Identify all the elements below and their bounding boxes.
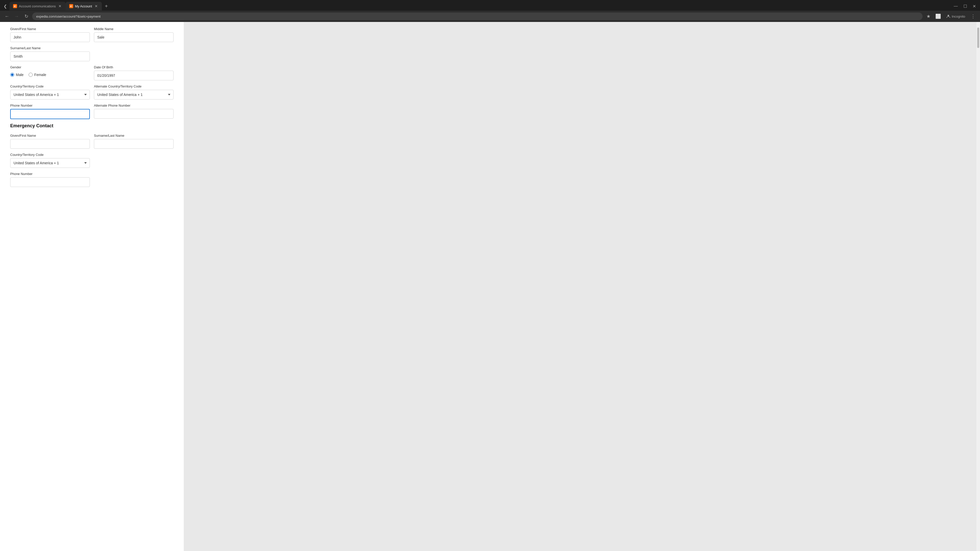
bookmark-button[interactable]: ★ [924,13,932,20]
split-view-button[interactable]: ⬜ [934,13,942,20]
emergency-phone-spacer [94,172,173,187]
date-of-birth-input[interactable] [94,71,173,80]
emergency-phone-row: Phone Number [10,172,173,187]
emergency-country-row: Country/Territory Code United States of … [10,153,173,168]
new-tab-button[interactable]: + [103,2,110,10]
page-content: Given/First Name Middle Name Surname/Las… [0,22,184,551]
svg-text:e: e [70,5,72,7]
gender-male-text: Male [16,73,24,77]
middle-name-group: Middle Name [94,27,173,42]
emergency-surname-last-name-group: Surname/Last Name [94,134,173,149]
emergency-phone-number-group: Phone Number [10,172,90,187]
tab-close-my-account[interactable]: ✕ [94,4,98,8]
emergency-contact-section: Emergency Contact Given/First Name Surna… [10,123,173,187]
gender-dob-row: Gender Male Female Date Of Birth [10,65,173,80]
emergency-given-first-name-input[interactable] [10,139,90,149]
tab-account-communications[interactable]: e Account communications ✕ [10,2,65,11]
date-of-birth-group: Date Of Birth [94,65,173,80]
phone-number-label: Phone Number [10,103,90,107]
svg-text:e: e [14,5,15,7]
country-territory-code-select[interactable]: United States of America + 1 United King… [10,90,90,100]
right-panel [184,22,980,551]
phone-number-input[interactable] [10,109,90,119]
alternate-country-territory-code-label: Alternate Country/Territory Code [94,84,173,88]
incognito-indicator: Incognito [944,13,967,20]
url-display: expedia.com/user/account/?&selc=payment [36,14,918,18]
name-row: Given/First Name Middle Name [10,27,173,42]
gender-male-radio[interactable] [10,73,14,77]
close-window-button[interactable]: ✕ [972,3,977,10]
emergency-country-territory-code-group: Country/Territory Code United States of … [10,153,90,168]
middle-name-input[interactable] [94,32,173,42]
gender-label: Gender [10,65,90,69]
country-territory-code-label: Country/Territory Code [10,84,90,88]
surname-spacer [94,46,173,61]
surname-last-name-group: Surname/Last Name [10,46,90,61]
emergency-country-spacer [94,153,173,168]
country-territory-code-select-wrapper: United States of America + 1 United King… [10,90,90,100]
incognito-label: Incognito [952,14,965,18]
date-of-birth-label: Date Of Birth [94,65,173,69]
gender-group: Gender Male Female [10,65,90,80]
emergency-phone-number-input[interactable] [10,177,90,187]
emergency-name-row: Given/First Name Surname/Last Name [10,134,173,149]
alternate-phone-number-group: Alternate Phone Number [94,103,173,119]
surname-last-name-label: Surname/Last Name [10,46,90,50]
expedia-icon-tab2: e [69,4,73,8]
alternate-phone-number-label: Alternate Phone Number [94,103,173,107]
tab-my-account[interactable]: e My Account ✕ [65,2,102,11]
emergency-country-territory-code-select[interactable]: United States of America + 1 United King… [10,158,90,168]
phone-number-group: Phone Number [10,103,90,119]
given-first-name-group: Given/First Name [10,27,90,42]
surname-row: Surname/Last Name [10,46,173,61]
svg-point-4 [948,15,949,16]
reload-button[interactable]: ↻ [22,13,30,20]
back-button[interactable]: ← [3,13,11,20]
scrollbar-thumb[interactable] [977,27,979,48]
surname-last-name-input[interactable] [10,52,90,61]
alternate-country-territory-code-select[interactable]: United States of America + 1 United King… [94,90,173,100]
tab-scroll-button[interactable]: ❮ [2,3,8,10]
emergency-phone-number-label: Phone Number [10,172,90,176]
country-code-row: Country/Territory Code United States of … [10,84,173,100]
given-first-name-label: Given/First Name [10,27,90,31]
browser-chrome: ❮ e Account communications ✕ e My Accoun… [0,0,980,22]
expedia-icon-tab1: e [13,4,17,8]
alternate-phone-number-input[interactable] [94,109,173,119]
forward-button[interactable]: → [13,13,21,20]
page-wrapper: Given/First Name Middle Name Surname/Las… [0,22,980,551]
address-bar[interactable]: expedia.com/user/account/?&selc=payment [32,13,923,20]
menu-button[interactable]: ⋮ [969,13,977,20]
alternate-country-territory-code-select-wrapper: United States of America + 1 United King… [94,90,173,100]
country-territory-code-group: Country/Territory Code United States of … [10,84,90,100]
gender-radio-group: Male Female [10,73,90,77]
emergency-country-territory-code-label: Country/Territory Code [10,153,90,157]
tab-label-my-account: My Account [75,4,92,8]
emergency-country-territory-code-select-wrapper: United States of America + 1 United King… [10,158,90,168]
tab-label-account-communications: Account communications [19,4,56,8]
middle-name-label: Middle Name [94,27,173,31]
scrollbar[interactable] [977,22,980,551]
gender-female-label[interactable]: Female [29,73,46,77]
gender-female-text: Female [34,73,46,77]
emergency-given-first-name-label: Given/First Name [10,134,90,138]
emergency-surname-last-name-input[interactable] [94,139,173,149]
maximize-button[interactable]: ☐ [963,3,968,10]
minimize-button[interactable]: ― [953,3,959,10]
alternate-country-territory-code-group: Alternate Country/Territory Code United … [94,84,173,100]
emergency-contact-title: Emergency Contact [10,123,173,129]
given-first-name-input[interactable] [10,32,90,42]
phone-row: Phone Number Alternate Phone Number [10,103,173,119]
gender-male-label[interactable]: Male [10,73,24,77]
gender-female-radio[interactable] [29,73,33,77]
emergency-surname-last-name-label: Surname/Last Name [94,134,173,138]
emergency-given-first-name-group: Given/First Name [10,134,90,149]
tab-bar: ❮ e Account communications ✕ e My Accoun… [0,0,980,11]
tab-close-account-communications[interactable]: ✕ [58,4,62,8]
address-bar-row: ← → ↻ expedia.com/user/account/?&selc=pa… [0,11,980,22]
